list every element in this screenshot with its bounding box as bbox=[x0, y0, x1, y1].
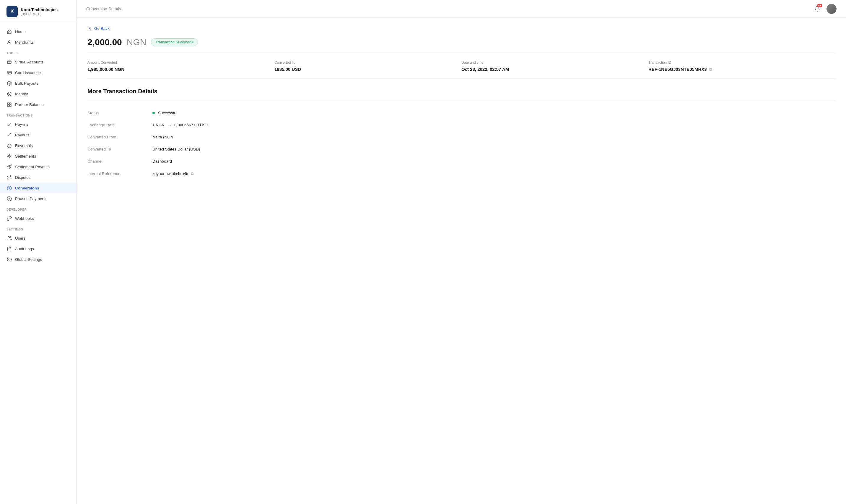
summary-converted-to: Converted To 1985.00 USD bbox=[274, 60, 461, 72]
transaction-currency: NGN bbox=[127, 37, 146, 47]
sidebar-item-label: Disputes bbox=[15, 175, 31, 180]
svg-point-15 bbox=[7, 197, 11, 201]
date-time-label: Date and time bbox=[461, 60, 642, 65]
transaction-status-badge: Transaction Successful bbox=[151, 38, 198, 46]
amount-row: 2,000.00 NGN Transaction Successful bbox=[87, 37, 835, 47]
summary-date-time: Date and time Oct 23, 2022, 02:57 AM bbox=[461, 60, 649, 72]
converted-to-detail-label: Converted To bbox=[87, 143, 152, 155]
main-area: Conversion Details 9+ Go Back 2,000.00 bbox=[77, 0, 846, 504]
notification-badge: 9+ bbox=[817, 4, 822, 7]
sidebar-item-pay-ins[interactable]: Pay-ins bbox=[0, 119, 76, 129]
exchange-rate-label: Exchange Rate bbox=[87, 119, 152, 131]
transaction-amount: 2,000.00 bbox=[87, 37, 122, 47]
channel-label: Channel bbox=[87, 155, 152, 167]
sidebar-item-bulk-payouts[interactable]: Bulk Payouts bbox=[0, 78, 76, 89]
sidebar-item-settlement-payouts[interactable]: Settlement Payouts bbox=[0, 161, 76, 172]
svg-marker-11 bbox=[7, 154, 11, 158]
converted-to-value: 1985.00 USD bbox=[274, 67, 455, 72]
sidebar-item-label: Card Issuance bbox=[15, 71, 41, 75]
sidebar-item-payouts[interactable]: Payouts bbox=[0, 129, 76, 140]
sidebar-item-label: Global Settings bbox=[15, 257, 42, 262]
logo-icon: K bbox=[6, 6, 18, 17]
settlements-icon bbox=[6, 154, 12, 159]
svg-line-10 bbox=[8, 133, 11, 136]
converted-to-label: Converted To bbox=[274, 60, 455, 65]
internal-reference-value: kpy-ca-bwtuin4tro4tr ⧉ bbox=[152, 167, 835, 180]
status-value: Successful bbox=[152, 107, 835, 119]
svg-point-21 bbox=[8, 259, 10, 260]
sidebar-item-global-settings[interactable]: Global Settings bbox=[0, 254, 76, 265]
sidebar-item-identity[interactable]: Identity bbox=[0, 89, 76, 99]
transaction-id-label: Transaction ID bbox=[649, 60, 829, 65]
payouts-icon bbox=[6, 132, 12, 138]
internal-reference-label: Internal Reference bbox=[87, 167, 152, 180]
svg-rect-1 bbox=[7, 61, 11, 64]
webhooks-icon bbox=[6, 216, 12, 221]
sidebar-item-settlements[interactable]: Settlements bbox=[0, 151, 76, 161]
sidebar-item-audit-logs[interactable]: Audit Logs bbox=[0, 244, 76, 254]
sidebar-item-label: Virtual Accounts bbox=[15, 60, 44, 64]
sidebar-item-virtual-accounts[interactable]: Virtual Accounts bbox=[0, 57, 76, 67]
sidebar-item-label: Bulk Payouts bbox=[15, 81, 38, 86]
sidebar-item-users[interactable]: Users bbox=[0, 233, 76, 244]
status-dot-icon bbox=[152, 112, 155, 114]
svg-point-4 bbox=[8, 93, 10, 94]
summary-transaction-id: Transaction ID REF-1NE5GJ03NTE05MHX3 ⧉ bbox=[649, 60, 835, 72]
exchange-arrow-icon: → bbox=[168, 123, 172, 127]
avatar-image bbox=[827, 4, 836, 14]
converted-from-value: Naira (NGN) bbox=[152, 131, 835, 143]
topbar-right: 9+ bbox=[812, 4, 836, 14]
developer-section-label: DEVELOPER bbox=[0, 204, 76, 213]
table-row-channel: Channel Dashboard bbox=[87, 155, 835, 167]
settlement-payouts-icon bbox=[6, 164, 12, 169]
go-back-label: Go Back bbox=[94, 26, 109, 31]
svg-point-18 bbox=[8, 236, 10, 238]
paused-payments-icon bbox=[6, 196, 12, 201]
notifications-button[interactable]: 9+ bbox=[812, 4, 822, 14]
global-settings-icon bbox=[6, 257, 12, 262]
sidebar-item-conversions[interactable]: Conversions bbox=[0, 183, 76, 193]
transactions-section-label: TRANSACTIONS bbox=[0, 110, 76, 119]
avatar[interactable] bbox=[827, 4, 836, 14]
bulk-payouts-icon bbox=[6, 80, 12, 86]
copy-internal-ref-button[interactable]: ⧉ bbox=[191, 171, 193, 176]
table-row-internal-reference: Internal Reference kpy-ca-bwtuin4tro4tr … bbox=[87, 167, 835, 180]
audit-logs-icon bbox=[6, 246, 12, 251]
exchange-rate-value: 1 NGN → 0.0006667.00 USD bbox=[152, 119, 835, 131]
svg-rect-6 bbox=[10, 103, 11, 105]
sidebar-item-label: Payouts bbox=[15, 133, 30, 137]
tools-section-label: TOOLS bbox=[0, 48, 76, 57]
sidebar-item-partner-balance[interactable]: Partner Balance bbox=[0, 99, 76, 110]
identity-icon bbox=[6, 91, 12, 96]
users-icon bbox=[6, 235, 12, 241]
partner-balance-icon bbox=[6, 102, 12, 107]
sidebar-item-label: Merchants bbox=[15, 40, 34, 44]
sidebar-item-card-issuance[interactable]: Card Issuance bbox=[0, 67, 76, 78]
page-content: Go Back 2,000.00 NGN Transaction Success… bbox=[77, 18, 846, 504]
sidebar-item-paused-payments[interactable]: Paused Payments bbox=[0, 193, 76, 204]
sidebar-item-merchants[interactable]: Merchants bbox=[0, 37, 76, 48]
table-row-exchange-rate: Exchange Rate 1 NGN → 0.0006667.00 USD bbox=[87, 119, 835, 131]
merchants-icon bbox=[6, 39, 12, 45]
table-row-converted-from: Converted From Naira (NGN) bbox=[87, 131, 835, 143]
svg-rect-5 bbox=[7, 103, 9, 105]
go-back-button[interactable]: Go Back bbox=[87, 26, 109, 31]
svg-point-0 bbox=[8, 40, 10, 42]
summary-grid: Amount Converted 1,985,000.00 NGN Conver… bbox=[87, 54, 835, 78]
sidebar-item-home[interactable]: Home bbox=[0, 26, 76, 37]
sidebar-item-label: Home bbox=[15, 30, 26, 34]
pay-ins-icon bbox=[6, 122, 12, 127]
sidebar-item-disputes[interactable]: Disputes bbox=[0, 172, 76, 183]
sidebar-navigation: Home Merchants TOOLS Virtual Accounts Ca… bbox=[0, 23, 76, 268]
table-row-status: Status Successful bbox=[87, 107, 835, 119]
sidebar-item-label: Webhooks bbox=[15, 216, 34, 221]
amount-converted-label: Amount Converted bbox=[87, 60, 269, 65]
copy-transaction-id-button[interactable]: ⧉ bbox=[709, 67, 712, 72]
sidebar-item-label: Settlements bbox=[15, 154, 36, 159]
virtual-accounts-icon bbox=[6, 59, 12, 65]
transaction-id-value: REF-1NE5GJ03NTE05MHX3 bbox=[649, 67, 707, 72]
sidebar: K Kora Technologies [USER ROLE] Home Mer… bbox=[0, 0, 77, 504]
sidebar-item-webhooks[interactable]: Webhooks bbox=[0, 213, 76, 224]
sidebar-item-reversals[interactable]: Reversals bbox=[0, 140, 76, 151]
reversals-icon bbox=[6, 143, 12, 148]
